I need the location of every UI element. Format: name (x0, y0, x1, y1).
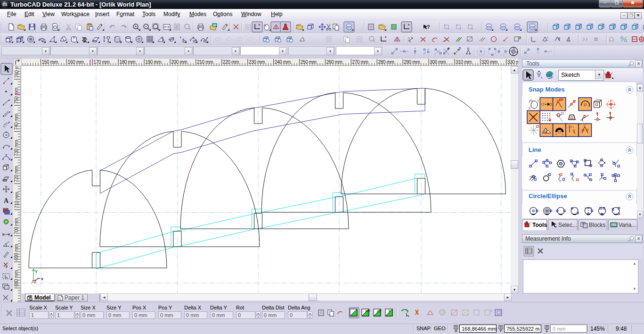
svg-text:740 mm: 740 mm (14, 114, 19, 130)
svg-text:190 mm: 190 mm (145, 59, 161, 65)
svg-text:290 mm: 290 mm (404, 59, 420, 65)
svg-text:220 mm: 220 mm (223, 59, 239, 65)
svg-text:3: 3 (490, 309, 492, 312)
svg-text:760 mm: 760 mm (14, 66, 19, 78)
svg-text:750 mm: 750 mm (14, 88, 19, 104)
svg-text:X: X (455, 328, 457, 333)
svg-text:170 mm: 170 mm (93, 59, 109, 65)
svg-text:F: F (389, 309, 391, 313)
svg-text:320 mm: 320 mm (481, 59, 497, 65)
svg-text:X: X (529, 107, 531, 110)
svg-text:x: x (41, 276, 43, 281)
svg-text:200 mm: 200 mm (171, 59, 187, 65)
svg-text:700 mm: 700 mm (14, 218, 19, 234)
svg-text:Z: Z (546, 328, 548, 333)
svg-text:270 mm: 270 mm (352, 59, 368, 65)
svg-text:3D: 3D (203, 40, 207, 43)
svg-text:240 mm: 240 mm (275, 59, 291, 65)
svg-text:Z: Z (34, 279, 37, 284)
svg-text:WP: WP (365, 309, 371, 313)
svg-text:230 mm: 230 mm (249, 59, 265, 65)
svg-text:730 mm: 730 mm (14, 140, 19, 156)
svg-text:160 mm: 160 mm (67, 59, 83, 65)
svg-text:710 mm: 710 mm (14, 192, 19, 208)
svg-text:720 mm: 720 mm (14, 166, 19, 182)
svg-text:690 mm: 690 mm (14, 244, 19, 260)
svg-text:CP: CP (377, 309, 382, 313)
svg-text:Y: Y (499, 328, 502, 333)
svg-text:1: 1 (59, 296, 61, 301)
svg-text:180 mm: 180 mm (119, 59, 135, 65)
svg-text:A: A (4, 197, 9, 204)
svg-text:680 mm: 680 mm (14, 270, 19, 286)
svg-text:Y: Y (35, 269, 38, 274)
svg-text:330 mm: 330 mm (507, 59, 518, 65)
svg-text:?: ? (427, 24, 430, 30)
svg-text:Y: Y (537, 99, 539, 102)
svg-text:250 mm: 250 mm (301, 59, 317, 65)
svg-text:260 mm: 260 mm (326, 59, 342, 65)
svg-text:280 mm: 280 mm (378, 59, 394, 65)
svg-text:310 mm: 310 mm (456, 59, 472, 65)
svg-text:150 mm: 150 mm (42, 59, 58, 65)
svg-text:210 mm: 210 mm (197, 59, 213, 65)
svg-text:300 mm: 300 mm (430, 59, 446, 65)
